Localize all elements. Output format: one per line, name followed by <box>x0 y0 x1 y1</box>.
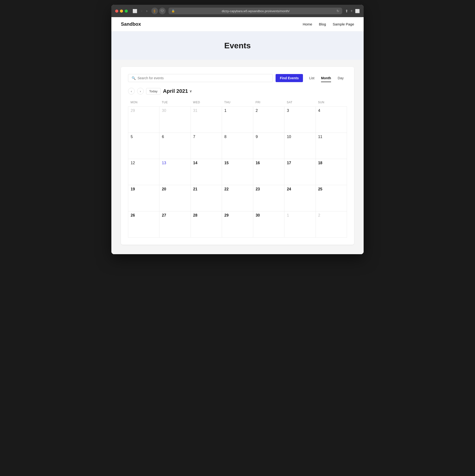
browser-controls: ⬜ ‹ › <box>132 8 149 14</box>
month-title[interactable]: April 2021 ∨ <box>163 88 192 94</box>
tab-bar: ₿ 🛡 <box>151 8 166 14</box>
day-number: 7 <box>193 135 195 139</box>
refresh-button[interactable]: ↻ <box>337 9 339 13</box>
view-list-button[interactable]: List <box>306 74 318 82</box>
share-button[interactable]: ⬆ <box>345 9 348 13</box>
close-button[interactable] <box>115 10 118 13</box>
day-number: 3 <box>287 108 289 113</box>
day-cell-w1-d0[interactable]: 5 <box>128 133 159 159</box>
day-number: 21 <box>193 187 198 191</box>
day-cell-w3-d3[interactable]: 22 <box>222 185 253 211</box>
nav-home[interactable]: Home <box>303 22 312 26</box>
nav-sample-page[interactable]: Sample Page <box>333 22 354 26</box>
calendar-body: 2930311234567891011121314151617181920212… <box>128 107 347 238</box>
day-number: 27 <box>162 213 166 217</box>
day-number: 13 <box>162 161 166 165</box>
url-text: dizzy-capybara.w5.wpsandbox.pro/events/m… <box>177 9 335 13</box>
day-cell-w1-d1[interactable]: 6 <box>159 133 191 159</box>
col-wed: WED <box>191 99 222 107</box>
calendar-header: MON TUE WED THU FRI SAT SUN <box>128 99 347 107</box>
day-number: 25 <box>318 187 322 191</box>
calendar-toolbar: 🔍 Find Events List Month Day <box>128 74 347 82</box>
address-bar[interactable]: 🔒 dizzy-capybara.w5.wpsandbox.pro/events… <box>169 8 342 14</box>
day-number: 17 <box>287 161 291 165</box>
day-cell-w4-d5[interactable]: 1 <box>284 211 316 238</box>
day-cell-w0-d3[interactable]: 1 <box>222 107 253 133</box>
day-cell-w2-d3[interactable]: 15 <box>222 159 253 185</box>
day-cell-w1-d2[interactable]: 7 <box>191 133 222 159</box>
site-logo: Sandbox <box>121 21 141 27</box>
calendar-grid: MON TUE WED THU FRI SAT SUN 293031123456… <box>128 99 347 238</box>
month-title-text: April 2021 <box>163 88 188 94</box>
week-row-1: 567891011 <box>128 133 347 159</box>
col-sun: SUN <box>316 99 347 107</box>
day-cell-w0-d6[interactable]: 4 <box>316 107 347 133</box>
day-cell-w0-d4[interactable]: 2 <box>253 107 284 133</box>
sidebar-toggle-button[interactable]: ⬜ <box>132 8 138 14</box>
forward-button[interactable]: › <box>145 8 148 14</box>
day-number: 23 <box>255 187 260 191</box>
day-cell-w4-d0[interactable]: 26 <box>128 211 159 238</box>
day-number: 24 <box>287 187 291 191</box>
view-toggle: List Month Day <box>306 74 347 82</box>
col-fri: FRI <box>253 99 284 107</box>
day-cell-w2-d2[interactable]: 14 <box>191 159 222 185</box>
next-month-button[interactable]: › <box>137 88 144 95</box>
day-cell-w3-d2[interactable]: 21 <box>191 185 222 211</box>
page-title: Events <box>116 41 359 50</box>
day-cell-w0-d1[interactable]: 30 <box>159 107 191 133</box>
day-cell-w2-d1[interactable]: 13 <box>159 159 191 185</box>
page-header: Events <box>111 32 364 60</box>
day-cell-w4-d2[interactable]: 28 <box>191 211 222 238</box>
day-cell-w0-d0[interactable]: 29 <box>128 107 159 133</box>
day-cell-w4-d4[interactable]: 30 <box>253 211 284 238</box>
day-cell-w1-d4[interactable]: 9 <box>253 133 284 159</box>
day-number: 2 <box>318 213 320 217</box>
tabs-button[interactable]: ⬜ <box>355 9 360 13</box>
day-cell-w4-d6[interactable]: 2 <box>316 211 347 238</box>
day-number: 18 <box>318 161 322 165</box>
day-cell-w2-d4[interactable]: 16 <box>253 159 284 185</box>
nav-blog[interactable]: Blog <box>319 22 326 26</box>
back-button[interactable]: ‹ <box>140 8 143 14</box>
shield-icon: 🛡 <box>159 8 166 14</box>
day-cell-w3-d0[interactable]: 19 <box>128 185 159 211</box>
week-row-4: 262728293012 <box>128 211 347 238</box>
nav-links: Home Blog Sample Page <box>303 22 354 26</box>
day-cell-w0-d2[interactable]: 31 <box>191 107 222 133</box>
day-cell-w3-d6[interactable]: 25 <box>316 185 347 211</box>
calendar-nav: ‹ › Today April 2021 ∨ <box>128 88 347 95</box>
minimize-button[interactable] <box>120 10 123 13</box>
page-content: Sandbox Home Blog Sample Page Events 🔍 F <box>111 17 364 254</box>
day-cell-w1-d3[interactable]: 8 <box>222 133 253 159</box>
maximize-button[interactable] <box>125 10 128 13</box>
day-cell-w2-d6[interactable]: 18 <box>316 159 347 185</box>
day-number: 19 <box>131 187 135 191</box>
search-input[interactable] <box>137 76 269 80</box>
day-cell-w2-d5[interactable]: 17 <box>284 159 316 185</box>
day-cell-w4-d3[interactable]: 29 <box>222 211 253 238</box>
add-tab-button[interactable]: + <box>351 9 353 13</box>
day-cell-w2-d0[interactable]: 12 <box>128 159 159 185</box>
find-events-button[interactable]: Find Events <box>276 74 303 82</box>
main-content: 🔍 Find Events List Month Day ‹ › Today <box>111 60 364 254</box>
day-cell-w0-d5[interactable]: 3 <box>284 107 316 133</box>
view-day-button[interactable]: Day <box>334 74 347 82</box>
today-button[interactable]: Today <box>146 88 161 95</box>
day-number: 8 <box>224 135 227 139</box>
day-number: 10 <box>287 135 291 139</box>
day-cell-w1-d5[interactable]: 10 <box>284 133 316 159</box>
day-number: 4 <box>318 108 320 113</box>
day-cell-w3-d5[interactable]: 24 <box>284 185 316 211</box>
search-icon: 🔍 <box>132 76 136 80</box>
week-row-2: 12131415161718 <box>128 159 347 185</box>
view-month-button[interactable]: Month <box>318 74 334 82</box>
lock-icon: 🔒 <box>171 9 175 13</box>
day-cell-w3-d1[interactable]: 20 <box>159 185 191 211</box>
prev-month-button[interactable]: ‹ <box>128 88 135 95</box>
day-cell-w1-d6[interactable]: 11 <box>316 133 347 159</box>
col-mon: MON <box>128 99 159 107</box>
day-cell-w3-d4[interactable]: 23 <box>253 185 284 211</box>
day-number: 1 <box>224 108 227 113</box>
day-cell-w4-d1[interactable]: 27 <box>159 211 191 238</box>
